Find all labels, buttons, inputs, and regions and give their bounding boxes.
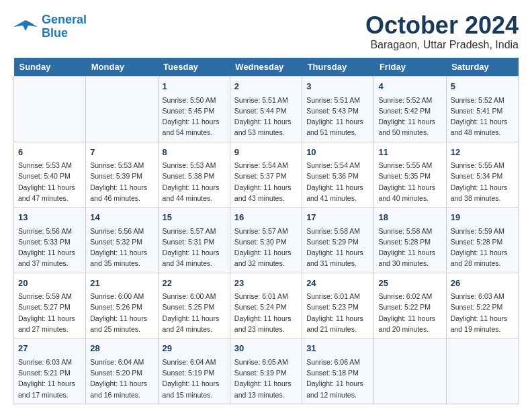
week-row-5: 27Sunrise: 6:03 AM Sunset: 5:21 PM Dayli…: [14, 338, 519, 404]
day-info: Sunrise: 5:54 AM Sunset: 5:37 PM Dayligh…: [234, 160, 298, 203]
day-number: 1: [163, 80, 226, 93]
calendar-cell: 1Sunrise: 5:50 AM Sunset: 5:45 PM Daylig…: [158, 77, 230, 142]
calendar-cell: 24Sunrise: 6:01 AM Sunset: 5:23 PM Dayli…: [302, 273, 374, 338]
day-info: Sunrise: 5:53 AM Sunset: 5:38 PM Dayligh…: [163, 160, 226, 203]
day-header-monday: Monday: [86, 58, 158, 77]
day-header-friday: Friday: [374, 58, 446, 77]
calendar-cell: 20Sunrise: 5:59 AM Sunset: 5:27 PM Dayli…: [14, 273, 86, 338]
calendar-cell: 8Sunrise: 5:53 AM Sunset: 5:38 PM Daylig…: [158, 142, 230, 208]
calendar-cell: 27Sunrise: 6:03 AM Sunset: 5:21 PM Dayli…: [14, 338, 86, 404]
calendar-cell: 25Sunrise: 6:02 AM Sunset: 5:22 PM Dayli…: [374, 273, 446, 338]
day-number: 22: [163, 277, 226, 290]
calendar-cell: 28Sunrise: 6:04 AM Sunset: 5:20 PM Dayli…: [86, 338, 158, 404]
day-number: 5: [451, 80, 514, 93]
day-info: Sunrise: 5:56 AM Sunset: 5:32 PM Dayligh…: [90, 226, 153, 269]
day-info: Sunrise: 6:00 AM Sunset: 5:26 PM Dayligh…: [90, 291, 153, 334]
day-number: 23: [234, 277, 298, 290]
calendar-cell: 2Sunrise: 5:51 AM Sunset: 5:44 PM Daylig…: [230, 77, 302, 142]
logo: General Blue: [13, 13, 87, 40]
day-info: Sunrise: 5:52 AM Sunset: 5:41 PM Dayligh…: [451, 95, 514, 138]
day-header-sunday: Sunday: [14, 58, 86, 77]
calendar-cell: 29Sunrise: 6:04 AM Sunset: 5:19 PM Dayli…: [158, 338, 230, 404]
location: Baragaon, Uttar Pradesh, India: [365, 39, 519, 51]
calendar-cell: 14Sunrise: 5:56 AM Sunset: 5:32 PM Dayli…: [86, 208, 158, 273]
calendar-cell: 15Sunrise: 5:57 AM Sunset: 5:31 PM Dayli…: [158, 208, 230, 273]
calendar-cell: 6Sunrise: 5:53 AM Sunset: 5:40 PM Daylig…: [14, 142, 86, 208]
logo-line1: General: [42, 13, 87, 26]
day-info: Sunrise: 6:03 AM Sunset: 5:22 PM Dayligh…: [451, 291, 514, 334]
day-number: 29: [163, 342, 226, 355]
day-info: Sunrise: 6:02 AM Sunset: 5:22 PM Dayligh…: [378, 291, 441, 334]
day-number: 21: [90, 277, 153, 290]
day-number: 19: [451, 211, 514, 224]
day-number: 31: [306, 342, 369, 355]
calendar-cell: 12Sunrise: 5:55 AM Sunset: 5:34 PM Dayli…: [446, 142, 518, 208]
day-number: 11: [378, 146, 441, 159]
day-number: 9: [234, 146, 298, 159]
calendar-cell: 16Sunrise: 5:57 AM Sunset: 5:30 PM Dayli…: [230, 208, 302, 273]
month-title: October 2024: [365, 13, 519, 38]
day-info: Sunrise: 5:57 AM Sunset: 5:31 PM Dayligh…: [163, 226, 226, 269]
calendar-cell: 30Sunrise: 6:05 AM Sunset: 5:19 PM Dayli…: [230, 338, 302, 404]
calendar-cell: [86, 77, 158, 142]
day-number: 15: [163, 211, 226, 224]
day-info: Sunrise: 5:57 AM Sunset: 5:30 PM Dayligh…: [234, 226, 298, 269]
day-number: 24: [306, 277, 369, 290]
day-header-tuesday: Tuesday: [158, 58, 230, 77]
day-info: Sunrise: 5:56 AM Sunset: 5:33 PM Dayligh…: [18, 226, 81, 269]
week-row-4: 20Sunrise: 5:59 AM Sunset: 5:27 PM Dayli…: [14, 273, 519, 338]
calendar-cell: 23Sunrise: 6:01 AM Sunset: 5:24 PM Dayli…: [230, 273, 302, 338]
calendar-cell: 3Sunrise: 5:51 AM Sunset: 5:43 PM Daylig…: [302, 77, 374, 142]
day-number: 28: [90, 342, 153, 355]
day-info: Sunrise: 5:53 AM Sunset: 5:39 PM Dayligh…: [90, 160, 153, 203]
day-info: Sunrise: 6:04 AM Sunset: 5:20 PM Dayligh…: [90, 357, 153, 400]
day-number: 27: [18, 342, 81, 355]
title-block: October 2024 Baragaon, Uttar Pradesh, In…: [365, 13, 519, 51]
day-number: 12: [451, 146, 514, 159]
day-number: 10: [306, 146, 369, 159]
calendar-cell: 4Sunrise: 5:52 AM Sunset: 5:42 PM Daylig…: [374, 77, 446, 142]
day-number: 6: [18, 146, 81, 159]
day-info: Sunrise: 6:03 AM Sunset: 5:21 PM Dayligh…: [18, 357, 81, 400]
logo-icon: [13, 17, 38, 36]
calendar-cell: 11Sunrise: 5:55 AM Sunset: 5:35 PM Dayli…: [374, 142, 446, 208]
day-number: 13: [18, 211, 81, 224]
day-header-thursday: Thursday: [302, 58, 374, 77]
day-info: Sunrise: 5:59 AM Sunset: 5:28 PM Dayligh…: [451, 226, 514, 269]
logo-line2: Blue: [42, 26, 68, 40]
day-number: 3: [306, 80, 369, 93]
calendar-cell: [14, 77, 86, 142]
day-number: 20: [18, 277, 81, 290]
svg-marker-0: [13, 20, 38, 31]
day-number: 25: [378, 277, 441, 290]
day-info: Sunrise: 6:05 AM Sunset: 5:19 PM Dayligh…: [234, 357, 298, 400]
calendar-cell: 13Sunrise: 5:56 AM Sunset: 5:33 PM Dayli…: [14, 208, 86, 273]
calendar-cell: 5Sunrise: 5:52 AM Sunset: 5:41 PM Daylig…: [446, 77, 518, 142]
day-info: Sunrise: 5:50 AM Sunset: 5:45 PM Dayligh…: [163, 95, 226, 138]
calendar-cell: 31Sunrise: 6:06 AM Sunset: 5:18 PM Dayli…: [302, 338, 374, 404]
calendar-cell: 26Sunrise: 6:03 AM Sunset: 5:22 PM Dayli…: [446, 273, 518, 338]
day-number: 30: [234, 342, 298, 355]
day-info: Sunrise: 6:04 AM Sunset: 5:19 PM Dayligh…: [163, 357, 226, 400]
day-number: 4: [378, 80, 441, 93]
day-number: 8: [163, 146, 226, 159]
calendar-cell: 9Sunrise: 5:54 AM Sunset: 5:37 PM Daylig…: [230, 142, 302, 208]
calendar-cell: 7Sunrise: 5:53 AM Sunset: 5:39 PM Daylig…: [86, 142, 158, 208]
day-header-wednesday: Wednesday: [230, 58, 302, 77]
day-info: Sunrise: 5:59 AM Sunset: 5:27 PM Dayligh…: [18, 291, 81, 334]
day-number: 26: [451, 277, 514, 290]
day-info: Sunrise: 5:58 AM Sunset: 5:29 PM Dayligh…: [306, 226, 369, 269]
day-number: 7: [90, 146, 153, 159]
calendar-cell: [374, 338, 446, 404]
calendar-cell: 22Sunrise: 6:00 AM Sunset: 5:25 PM Dayli…: [158, 273, 230, 338]
day-info: Sunrise: 5:54 AM Sunset: 5:36 PM Dayligh…: [306, 160, 369, 203]
header-row: SundayMondayTuesdayWednesdayThursdayFrid…: [14, 58, 519, 77]
day-number: 18: [378, 211, 441, 224]
day-number: 16: [234, 211, 298, 224]
calendar-table: SundayMondayTuesdayWednesdayThursdayFrid…: [13, 58, 519, 404]
calendar-cell: 21Sunrise: 6:00 AM Sunset: 5:26 PM Dayli…: [86, 273, 158, 338]
calendar-cell: 19Sunrise: 5:59 AM Sunset: 5:28 PM Dayli…: [446, 208, 518, 273]
week-row-3: 13Sunrise: 5:56 AM Sunset: 5:33 PM Dayli…: [14, 208, 519, 273]
day-info: Sunrise: 5:55 AM Sunset: 5:34 PM Dayligh…: [451, 160, 514, 203]
day-info: Sunrise: 6:06 AM Sunset: 5:18 PM Dayligh…: [306, 357, 369, 400]
